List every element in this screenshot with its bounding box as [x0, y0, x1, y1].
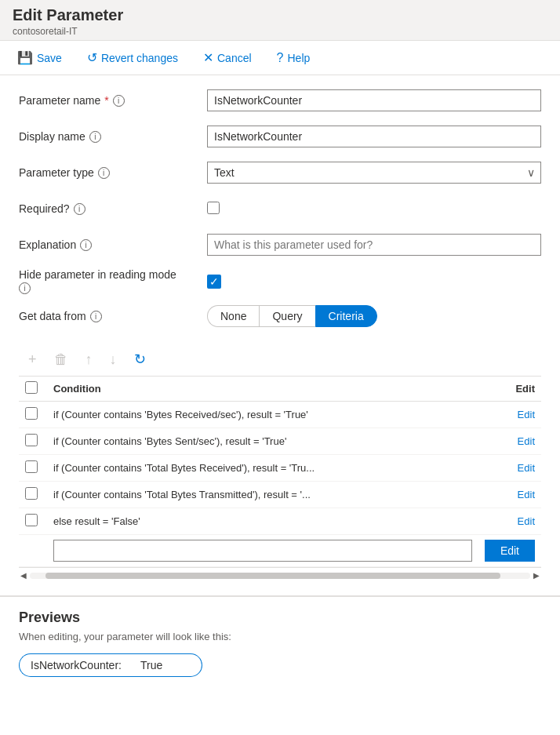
select-all-checkbox[interactable]: [25, 381, 38, 394]
query-option-button[interactable]: Query: [259, 305, 315, 327]
row-checkbox-cell: [19, 455, 47, 482]
required-checkbox[interactable]: [207, 202, 220, 214]
parameter-name-input[interactable]: [207, 89, 541, 111]
scroll-right-arrow[interactable]: ▶: [533, 571, 540, 580]
table-row: else result = 'False' Edit: [19, 508, 541, 535]
scroll-left-arrow[interactable]: ◀: [20, 571, 27, 580]
down-icon: ↓: [110, 351, 117, 368]
row-checkbox-cell: [19, 482, 47, 508]
display-name-input[interactable]: [207, 126, 541, 147]
footer-input-cell: [47, 535, 478, 567]
hide-param-checkbox[interactable]: ✓: [207, 275, 221, 289]
required-star: *: [104, 94, 108, 107]
scrollbar-thumb: [45, 573, 500, 579]
preview-label: IsNetworkCounter:: [19, 653, 133, 677]
previews-title: Previews: [19, 609, 541, 626]
new-condition-input[interactable]: [53, 540, 472, 562]
row-edit-link-1[interactable]: Edit: [518, 435, 535, 447]
row-edit-link-3[interactable]: Edit: [518, 489, 535, 500]
row-checkbox-1[interactable]: [25, 434, 38, 446]
required-info-icon: i: [74, 203, 85, 215]
row-checkbox-cell: [19, 428, 47, 455]
hide-param-control: ✓: [207, 275, 541, 289]
row-edit-cell: Edit: [478, 508, 541, 535]
table-footer-row: Edit: [19, 535, 541, 567]
row-condition-cell: if (Counter contains 'Bytes Sent/sec'), …: [47, 428, 478, 455]
revert-label: Revert changes: [101, 52, 178, 64]
row-edit-cell: Edit: [478, 482, 541, 508]
required-label: Required? i: [19, 202, 207, 215]
footer-edit-cell: Edit: [478, 535, 541, 567]
none-option-button[interactable]: None: [207, 305, 259, 327]
page-subtitle: contosoretail-IT: [13, 26, 547, 37]
explanation-label: Explanation i: [19, 238, 207, 251]
toolbar: 💾 Save ↺ Revert changes ✕ Cancel ? Help: [0, 41, 560, 75]
footer-edit-button[interactable]: Edit: [485, 540, 535, 562]
delete-row-button[interactable]: 🗑: [51, 350, 71, 369]
parameter-name-row: Parameter name * i: [19, 88, 541, 113]
move-down-button[interactable]: ↓: [107, 350, 120, 369]
parameter-type-select[interactable]: Text Number Boolean Date: [207, 162, 541, 184]
table-row: if (Counter contains 'Total Bytes Transm…: [19, 482, 541, 508]
row-edit-cell: Edit: [478, 455, 541, 482]
move-up-button[interactable]: ↑: [82, 350, 96, 369]
refresh-icon: ↻: [134, 351, 146, 368]
row-checkbox-3[interactable]: [25, 487, 38, 500]
parameter-name-control: [207, 89, 541, 111]
previews-subtitle: When editing, your parameter will look l…: [19, 631, 541, 642]
get-data-info-icon: i: [90, 311, 102, 322]
row-checkbox-cell: [19, 508, 47, 535]
preview-value: True: [133, 653, 202, 677]
required-row: Required? i: [19, 196, 541, 221]
save-button[interactable]: 💾 Save: [13, 47, 67, 68]
cancel-icon: ✕: [203, 50, 213, 65]
parameter-type-info-icon: i: [98, 167, 110, 179]
hide-param-row: Hide parameter in reading mode i ✓: [19, 268, 541, 294]
save-label: Save: [37, 52, 62, 64]
explanation-input[interactable]: [207, 234, 541, 256]
criteria-group: None Query Criteria: [207, 305, 541, 327]
parameter-type-row: Parameter type i Text Number Boolean Dat…: [19, 160, 541, 185]
cancel-label: Cancel: [217, 52, 252, 64]
condition-col-header: Condition: [47, 377, 478, 402]
row-edit-cell: Edit: [478, 402, 541, 428]
cancel-button[interactable]: ✕ Cancel: [198, 47, 256, 68]
table-header-row: Condition Edit: [19, 377, 541, 402]
explanation-row: Explanation i: [19, 232, 541, 257]
scrollbar-track[interactable]: [30, 573, 530, 579]
required-control: [207, 202, 541, 216]
row-checkbox-cell: [19, 402, 47, 428]
explanation-info-icon: i: [80, 239, 92, 251]
add-row-button[interactable]: +: [25, 350, 40, 369]
row-checkbox-0[interactable]: [25, 407, 38, 420]
row-checkbox-2[interactable]: [25, 460, 38, 473]
scrollbar-area: ◀ ▶: [19, 567, 541, 583]
add-icon: +: [28, 351, 37, 368]
delete-icon: 🗑: [54, 351, 68, 368]
refresh-button[interactable]: ↻: [131, 349, 149, 369]
table-row: if (Counter contains 'Bytes Sent/sec'), …: [19, 428, 541, 455]
parameter-type-control: Text Number Boolean Date ∨: [207, 162, 541, 184]
row-edit-link-4[interactable]: Edit: [518, 515, 535, 527]
page-title: Edit Parameter: [13, 6, 547, 24]
row-condition-cell: if (Counter contains 'Total Bytes Transm…: [47, 482, 478, 508]
scroll-arrows: ◀ ▶: [19, 571, 541, 580]
help-button[interactable]: ? Help: [272, 48, 315, 68]
criteria-option-button[interactable]: Criteria: [315, 305, 377, 327]
display-name-row: Display name i: [19, 124, 541, 149]
row-edit-link-2[interactable]: Edit: [518, 462, 535, 474]
display-name-info-icon: i: [89, 131, 101, 143]
form-body: Parameter name * i Display name i Parame…: [0, 75, 560, 595]
parameter-type-label: Parameter type i: [19, 166, 207, 179]
save-icon: 💾: [17, 50, 33, 65]
select-all-header: [19, 377, 47, 402]
previews-section: Previews When editing, your parameter wi…: [0, 596, 560, 690]
row-checkbox-4[interactable]: [25, 514, 38, 526]
row-edit-link-0[interactable]: Edit: [518, 409, 535, 420]
row-condition-cell: if (Counter contains 'Total Bytes Receiv…: [47, 455, 478, 482]
table-toolbar: + 🗑 ↑ ↓ ↻: [19, 343, 541, 376]
revert-button[interactable]: ↺ Revert changes: [82, 47, 183, 68]
display-name-label: Display name i: [19, 130, 207, 143]
row-condition-cell: else result = 'False': [47, 508, 478, 535]
top-bar: Edit Parameter contosoretail-IT: [0, 0, 560, 41]
